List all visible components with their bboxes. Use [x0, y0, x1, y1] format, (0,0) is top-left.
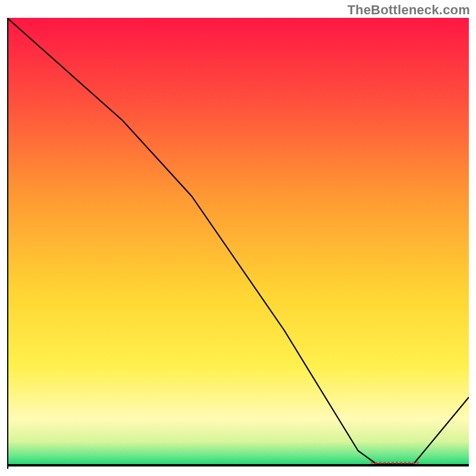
optimum-marker-dot: [387, 462, 390, 464]
optimum-marker-dot: [408, 462, 411, 464]
attribution-label: TheBottleneck.com: [347, 2, 470, 18]
optimum-marker-dot: [416, 462, 419, 464]
optimum-marker-dot: [400, 462, 402, 464]
optimum-marker-dot: [371, 462, 373, 464]
optimum-marker-dot: [379, 462, 381, 464]
bottleneck-chart: [7, 18, 469, 469]
optimum-marker-dot: [383, 462, 386, 464]
optimum-marker-dot: [404, 462, 406, 464]
chart-container: TheBottleneck.com: [0, 0, 476, 476]
optimum-marker-dot: [375, 462, 377, 464]
optimum-marker-dot: [392, 462, 394, 464]
optimum-marker-dot: [412, 462, 415, 464]
optimum-marker-dot: [396, 462, 398, 464]
gradient-background: [7, 18, 469, 464]
